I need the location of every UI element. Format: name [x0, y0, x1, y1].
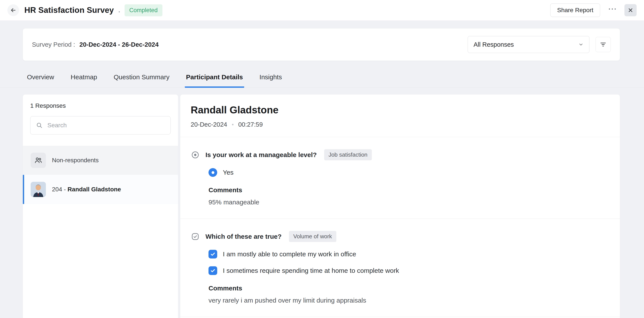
participant-detail-panel: Randall Gladstone 20-Dec-2024 00:27:59 I… [180, 94, 620, 318]
meta-separator-dot [232, 124, 234, 125]
comment-text: very rarely i am pushed over my limit du… [208, 297, 610, 304]
list-item-non-respondents[interactable]: Non-respondents [23, 146, 178, 175]
back-button[interactable] [8, 4, 19, 16]
tab-overview[interactable]: Overview [26, 70, 56, 88]
participants-list: Non-respondents 204 - Randall Gladstone [23, 146, 178, 204]
search-input[interactable] [30, 116, 171, 134]
checkbox-question-icon [191, 232, 200, 241]
group-users-icon [31, 153, 46, 168]
status-badge: Completed [124, 4, 163, 16]
answer-label: I am mostly able to complete my work in … [223, 251, 356, 258]
answer-label: I sometimes require spending time at hom… [223, 267, 399, 274]
filter-button[interactable] [596, 37, 611, 52]
question-block-2: Which of these are true? Volume of work … [191, 231, 610, 304]
comments-label: Comments [208, 186, 610, 194]
checkbox-checked-icon [208, 250, 217, 259]
tab-question-summary[interactable]: Question Summary [112, 70, 171, 88]
participant-list-label: 204 - Randall Gladstone [52, 186, 121, 193]
filter-controls: All Responses [468, 36, 611, 53]
comments-label: Comments [208, 285, 610, 292]
more-options-button[interactable]: ⋯ [606, 4, 618, 16]
filter-funnel-icon [600, 41, 607, 48]
page-title: HR Satisfaction Survey [24, 6, 114, 15]
answer-option: I sometimes require spending time at hom… [208, 266, 610, 275]
responses-count: 1 Responses [30, 102, 171, 109]
share-report-button[interactable]: Share Report [550, 3, 600, 17]
search-icon [36, 122, 43, 129]
survey-period-value: 20-Dec-2024 - 26-Dec-2024 [79, 41, 158, 48]
responses-filter-value: All Responses [474, 41, 514, 48]
radio-question-icon [191, 150, 200, 159]
question-block-1: Is your work at a manageable level? Job … [191, 149, 610, 206]
tab-participant-details[interactable]: Participant Details [185, 70, 244, 88]
participants-panel: 1 Responses [22, 94, 178, 318]
participant-name: Randall Gladstone [68, 186, 121, 193]
checkbox-checked-icon [208, 266, 217, 275]
divider [180, 137, 620, 137]
question-text: Is your work at a manageable level? [206, 151, 317, 159]
responses-filter-dropdown[interactable]: All Responses [468, 36, 590, 53]
divider [180, 219, 620, 219]
participant-meta: 20-Dec-2024 00:27:59 [191, 121, 610, 128]
list-item-participant[interactable]: 204 - Randall Gladstone [23, 175, 178, 204]
answer-option: I am mostly able to complete my work in … [208, 250, 610, 259]
question-tag: Volume of work [289, 231, 336, 242]
divider [180, 317, 620, 317]
close-button[interactable] [624, 4, 636, 16]
response-duration: 00:27:59 [238, 121, 263, 128]
participant-avatar [31, 182, 46, 197]
title-separator [119, 11, 120, 12]
survey-period-label: Survey Period : [32, 41, 75, 48]
tab-heatmap[interactable]: Heatmap [69, 70, 98, 88]
tab-insights[interactable]: Insights [258, 70, 283, 88]
response-date: 20-Dec-2024 [191, 121, 227, 128]
survey-period-bar: Survey Period : 20-Dec-2024 - 26-Dec-202… [22, 28, 620, 61]
radio-selected-icon [208, 168, 217, 177]
non-respondents-label: Non-respondents [52, 157, 99, 164]
question-tag: Job satisfaction [324, 149, 372, 160]
answer-label: Yes [223, 169, 234, 176]
participant-id: 204 - [52, 186, 68, 193]
chevron-down-icon [578, 42, 584, 47]
comment-text: 95% manageable [208, 199, 610, 206]
arrow-left-icon [10, 7, 16, 13]
answer-option: Yes [208, 168, 610, 177]
main-content: 1 Responses [22, 94, 620, 318]
top-bar: HR Satisfaction Survey Completed Share R… [0, 0, 644, 20]
top-bar-actions: Share Report ⋯ [550, 3, 636, 17]
participant-detail-name: Randall Gladstone [191, 104, 610, 116]
close-icon [628, 7, 634, 13]
question-text: Which of these are true? [206, 233, 282, 240]
report-tabs: Overview Heatmap Question Summary Partic… [0, 70, 644, 88]
participant-search [30, 116, 171, 134]
